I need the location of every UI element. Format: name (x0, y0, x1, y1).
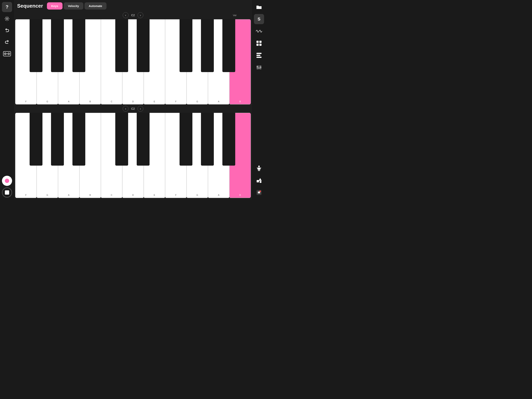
svg-rect-12 (256, 57, 261, 58)
svg-rect-11 (256, 55, 260, 56)
black-key-Eb2[interactable] (137, 19, 150, 72)
bottom-white-keys: F G A B C D E F G A B (15, 113, 251, 198)
bottom-piano-nav: ‹ C2 › (14, 105, 252, 113)
app-title: Sequencer (17, 3, 43, 9)
tape-icon[interactable] (2, 49, 12, 59)
black-key-Bb2[interactable] (222, 19, 235, 72)
svg-marker-26 (259, 178, 262, 181)
svg-rect-10 (256, 53, 261, 54)
left-sidebar: ? (0, 0, 14, 200)
piano-section-bottom: ‹ C2 › F G A B C D E F (14, 105, 252, 198)
svg-point-4 (5, 53, 6, 54)
folder-icon[interactable] (254, 2, 264, 12)
svg-point-5 (8, 53, 9, 54)
svg-rect-18 (260, 67, 261, 68)
waveform-icon[interactable] (254, 26, 264, 36)
stop-button[interactable] (2, 187, 12, 198)
bottom-black-key-Eb2[interactable] (137, 113, 150, 166)
shapes-icon[interactable] (254, 175, 264, 186)
bottom-black-key-Bb1[interactable] (72, 113, 85, 166)
svg-rect-25 (257, 180, 259, 182)
bottom-note-label: C2 (130, 107, 136, 110)
black-key-Db2[interactable] (115, 19, 128, 72)
favorite-icon[interactable] (254, 187, 264, 198)
tab-automate[interactable]: Automate (84, 2, 107, 10)
bottom-black-key-Ab2[interactable] (201, 113, 214, 166)
undo-icon[interactable] (2, 25, 12, 35)
svg-rect-22 (260, 168, 261, 168)
svg-point-27 (260, 181, 261, 183)
top-piano-nav: ‹ C2 › Vel (14, 11, 252, 19)
svg-rect-23 (258, 169, 259, 171)
black-key-Ab1[interactable] (51, 19, 64, 72)
help-icon[interactable]: ? (2, 2, 12, 12)
tab-velocity[interactable]: Velocity (64, 2, 83, 10)
svg-rect-21 (257, 168, 258, 168)
black-key-Gb1[interactable] (30, 19, 43, 72)
tab-bar: Keys Velocity Automate (47, 2, 107, 10)
top-vel-label: Vel (233, 14, 236, 17)
preset-s-button[interactable]: S (254, 14, 264, 24)
svg-rect-24 (259, 169, 260, 171)
top-next-button[interactable]: › (138, 12, 143, 18)
header: Sequencer Keys Velocity Automate (14, 0, 252, 11)
black-key-Bb1[interactable] (72, 19, 85, 72)
bottom-black-key-Gb2[interactable] (180, 113, 193, 166)
svg-rect-6 (256, 41, 259, 43)
grid-icon[interactable] (254, 38, 264, 48)
bottom-black-key-Bb2[interactable] (222, 113, 235, 166)
piano-section-top: ‹ C2 › Vel F G A B C D (14, 11, 252, 104)
top-prev-button[interactable]: ‹ (123, 12, 128, 18)
faders-icon[interactable] (254, 62, 264, 72)
top-note-label: C2 (130, 14, 136, 17)
top-piano-keyboard: F G A B C D E F G A B (15, 19, 251, 104)
mixer-icon[interactable] (254, 50, 264, 60)
bottom-black-key-Db2[interactable] (115, 113, 128, 166)
bottom-prev-button[interactable]: ‹ (123, 106, 128, 112)
svg-rect-16 (257, 66, 258, 67)
svg-point-0 (6, 18, 8, 19)
bottom-black-key-Gb1[interactable] (30, 113, 43, 166)
bottom-next-button[interactable]: › (138, 106, 143, 112)
settings-icon[interactable] (2, 14, 12, 24)
puppet-icon[interactable] (254, 163, 264, 174)
top-keyboard-wrapper: F G A B C D E F G A B (15, 19, 251, 104)
svg-rect-7 (259, 41, 261, 43)
top-white-keys: F G A B C D E F G A B (15, 19, 251, 104)
black-key-Ab2[interactable] (201, 19, 214, 72)
svg-point-30 (259, 191, 261, 192)
svg-rect-20 (257, 167, 260, 169)
bottom-keyboard-wrapper: F G A B C D E F G A B (15, 113, 251, 198)
bottom-black-key-Ab1[interactable] (51, 113, 64, 166)
svg-rect-8 (256, 44, 259, 46)
black-key-Gb2[interactable] (180, 19, 193, 72)
svg-point-19 (258, 166, 260, 167)
tab-keys[interactable]: Keys (47, 2, 63, 10)
bottom-piano-keyboard: F G A B C D E F G A B (15, 113, 251, 198)
record-button[interactable] (2, 176, 12, 186)
piano-sections: ‹ C2 › Vel F G A B C D (14, 11, 252, 200)
svg-rect-17 (258, 68, 260, 68)
redo-icon[interactable] (2, 37, 12, 47)
right-sidebar: S (252, 0, 266, 200)
svg-rect-9 (259, 44, 261, 46)
main-content: Sequencer Keys Velocity Automate ‹ C2 › … (14, 0, 252, 200)
